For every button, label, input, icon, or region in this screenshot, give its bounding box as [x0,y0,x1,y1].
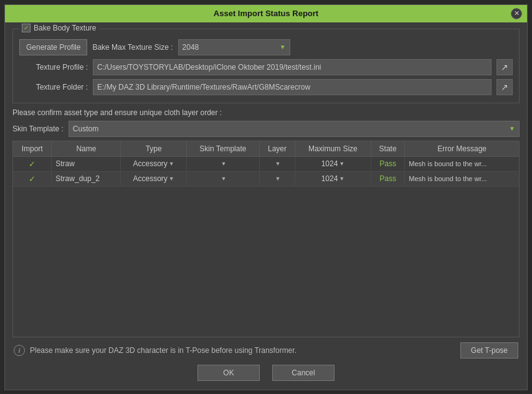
cell-layer[interactable]: ▼ [259,156,295,171]
cell-name: Straw_dup_2 [52,171,121,186]
col-max-size: Maximum Size [295,141,371,157]
skin-template-arrow: ▼ [509,125,515,132]
col-state: State [371,141,405,157]
generate-profile-button[interactable]: Generate Profile [19,39,87,55]
cell-layer[interactable]: ▼ [259,171,295,186]
cancel-button[interactable]: Cancel [272,365,335,381]
cell-import[interactable]: ✓ [13,171,52,186]
bake-max-value: 2048 [183,43,199,52]
bake-section: ✓ Bake Body Texture Generate Profile Bak… [12,29,520,103]
cell-error: Mesh is bound to the wr... [405,156,519,171]
skin-template-value: Custom [73,124,98,133]
cell-error: Mesh is bound to the wr... [405,171,519,186]
get-tpose-button[interactable]: Get T-pose [460,342,518,359]
col-layer: Layer [259,141,295,157]
bake-max-select[interactable]: 2048 ▼ [178,39,290,55]
col-import: Import [13,141,52,157]
texture-folder-input[interactable]: E:/My DAZ 3D Library/Runtime/Textures/Ra… [93,79,492,95]
title-bar: Asset Import Status Report ✕ [5,5,527,22]
cell-state: Pass [371,171,405,186]
footer-info: i Please make sure your DAZ 3D character… [12,342,520,359]
table-container: Import Name Type Skin Template Layer Max… [12,141,520,337]
action-buttons: OK Cancel [12,365,520,381]
asset-table: Import Name Type Skin Template Layer Max… [13,141,519,187]
bake-body-checkbox[interactable]: ✓ [22,24,31,32]
texture-profile-label: Texture Profile : [19,63,88,72]
table-body: ✓ Straw Accessory ▼ ▼ ▼ [13,156,519,186]
table-row: ✓ Straw_dup_2 Accessory ▼ ▼ ▼ [13,171,519,186]
cell-skin-template[interactable]: ▼ [186,156,259,171]
cell-type[interactable]: Accessory ▼ [121,171,186,186]
skin-template-row: Skin Template : Custom ▼ [12,121,520,137]
cell-name: Straw [52,156,121,171]
cell-import[interactable]: ✓ [13,156,52,171]
browse-icon-2: ↗ [501,82,508,92]
browse-icon: ↗ [501,62,508,72]
texture-folder-label: Texture Folder : [19,83,88,91]
ok-button[interactable]: OK [197,365,260,381]
table-row: ✓ Straw Accessory ▼ ▼ ▼ [13,156,519,171]
texture-profile-input[interactable]: C:/Users/TOYSTORYLAB/Desktop/iClone Okto… [93,59,492,75]
footer-info-text: Please make sure your DAZ 3D character i… [30,346,455,355]
texture-profile-browse[interactable]: ↗ [496,59,513,75]
col-error: Error Message [405,141,519,157]
cell-state: Pass [371,156,405,171]
table-header-row: Import Name Type Skin Template Layer Max… [13,141,519,157]
bake-max-label: Bake Max Texture Size : [92,43,173,52]
dialog-body: ✓ Bake Body Texture Generate Profile Bak… [5,22,527,390]
cell-skin-template[interactable]: ▼ [186,171,259,186]
col-type: Type [121,141,186,157]
skin-template-label: Skin Template : [12,124,64,133]
bake-section-legend: ✓ Bake Body Texture [19,24,99,32]
texture-folder-browse[interactable]: ↗ [496,79,513,95]
confirm-message: Please confirm asset type and ensure uni… [12,108,520,117]
cell-max-size[interactable]: 1024 ▼ [295,156,371,171]
dialog-window: Asset Import Status Report ✕ ✓ Bake Body… [4,4,528,390]
col-skin-template: Skin Template [186,141,259,157]
info-icon: i [14,345,25,356]
col-name: Name [52,141,121,157]
cell-type[interactable]: Accessory ▼ [121,156,186,171]
bake-section-label: Bake Body Texture [34,24,97,32]
cell-max-size[interactable]: 1024 ▼ [295,171,371,186]
close-button[interactable]: ✕ [511,8,522,19]
skin-template-select[interactable]: Custom ▼ [69,121,520,137]
bake-max-arrow: ▼ [280,44,286,50]
dialog-title: Asset Import Status Report [214,9,318,18]
